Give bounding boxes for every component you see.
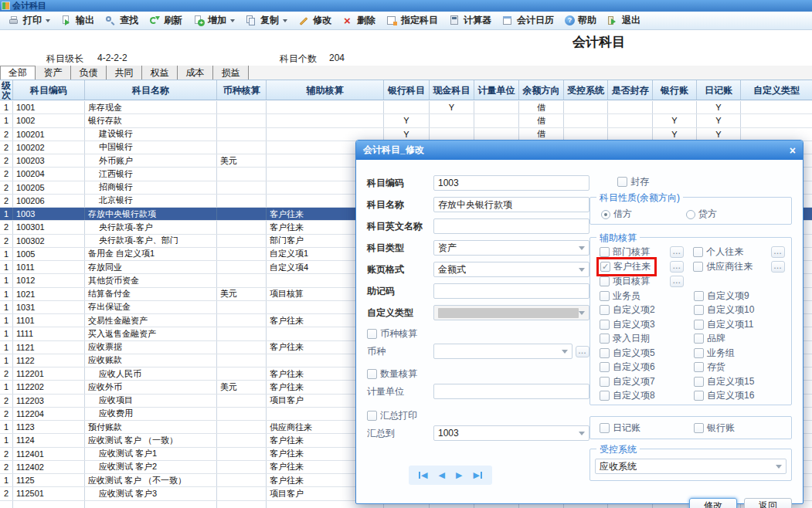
toolbar-button-copy[interactable]: 复制 <box>240 12 293 29</box>
tab-损益[interactable]: 损益 <box>213 66 249 80</box>
aux-plain-row: 自定义项8自定义项16 <box>600 389 785 404</box>
table-cell: 应收费用 <box>85 408 217 420</box>
aux-项目核算-checkbox[interactable] <box>600 276 610 286</box>
toolbar-button-printer[interactable]: 打印 <box>3 12 56 29</box>
currency-check-checkbox[interactable] <box>367 329 377 339</box>
日记账-checkbox[interactable] <box>600 423 610 433</box>
table-cell: 1 <box>0 421 13 433</box>
subject-code-input[interactable]: 1003 <box>433 175 589 191</box>
subject-english-name-input[interactable] <box>433 218 589 234</box>
currency-select[interactable] <box>433 344 572 359</box>
toolbar-button-refresh[interactable]: 刷新 <box>144 12 188 29</box>
table-row[interactable]: 11001库存现金Y借Y <box>0 101 812 114</box>
aux-供应商往来-more-button[interactable]: ... <box>771 261 785 273</box>
table-cell: 江西银行 <box>85 168 217 180</box>
tab-共同[interactable]: 共同 <box>107 66 142 80</box>
toolbar-button-help[interactable]: 帮助 <box>559 12 602 29</box>
aux-自定义项6-checkbox[interactable] <box>600 362 610 372</box>
aux-自定义项10-checkbox[interactable] <box>694 305 704 315</box>
table-cell <box>0 501 13 508</box>
tab-负债[interactable]: 负债 <box>71 66 107 80</box>
toolbar-button-edit[interactable]: 修改 <box>293 12 337 29</box>
modify-button[interactable]: 修改 <box>689 498 737 508</box>
aux-自定义项8-wrap: 自定义项8 <box>600 389 655 402</box>
table-cell: 100204 <box>13 168 85 180</box>
tab-权益[interactable]: 权益 <box>142 66 178 80</box>
银行账-checkbox[interactable] <box>694 423 704 433</box>
aux-right-cell: 存货 <box>694 361 725 374</box>
aux-自定义项15-checkbox[interactable] <box>694 377 704 387</box>
aux-自定义项3-checkbox[interactable] <box>600 320 610 330</box>
mnemonic-input[interactable] <box>433 283 589 299</box>
aux-存货-checkbox[interactable] <box>694 362 704 372</box>
column-header-是否封存: 是否封存 <box>608 80 653 100</box>
subject-type-select[interactable]: 资产 <box>433 240 589 256</box>
nav-previous-icon[interactable]: ◀ <box>438 471 444 479</box>
aux-个人往来-checkbox[interactable] <box>693 247 703 257</box>
aux-客户往来-checkbox[interactable] <box>600 262 610 272</box>
table-cell: 1011 <box>13 261 85 273</box>
tab-全部[interactable]: 全部 <box>0 66 36 80</box>
toolbar: 打印输出查找刷新增加复制修改删除指定科目计算器会计日历帮助退出 <box>0 12 812 30</box>
table-row[interactable]: 11002银行存款Y借YY <box>0 114 812 127</box>
tab-成本[interactable]: 成本 <box>178 66 213 80</box>
toolbar-button-delete[interactable]: 删除 <box>337 12 381 29</box>
aux-项目核算-more-button[interactable]: ... <box>670 276 684 287</box>
aux-业务组-checkbox[interactable] <box>694 348 704 358</box>
aux-部门核算-checkbox[interactable] <box>600 247 610 257</box>
aux-自定义项5-wrap: 自定义项5 <box>600 347 655 360</box>
aux-部门核算-more-button[interactable]: ... <box>670 246 684 258</box>
nav-last-icon[interactable]: ▶ <box>473 471 481 479</box>
nav-next-icon[interactable]: ▶ <box>456 471 462 479</box>
table-cell: 1001 <box>13 101 85 113</box>
back-button[interactable]: 返回 <box>744 498 792 508</box>
toolbar-button-assign[interactable]: 指定科目 <box>381 12 443 29</box>
aux-供应商往来-checkbox[interactable] <box>693 262 703 272</box>
mnemonic-field: 助记码 <box>367 283 589 299</box>
aux-自定义项3-wrap: 自定义项3 <box>600 318 655 331</box>
close-icon[interactable]: × <box>790 145 796 156</box>
currency-more-button[interactable]: ... <box>576 346 589 357</box>
quantity-check-checkbox[interactable] <box>367 369 377 379</box>
aux-自定义项2-checkbox[interactable] <box>600 305 610 315</box>
toolbar-button-calendar[interactable]: 会计日历 <box>497 12 559 29</box>
table-cell <box>741 101 812 113</box>
toolbar-button-add[interactable]: 增加 <box>188 12 240 29</box>
table-cell: 应收票据 <box>85 341 217 354</box>
toolbar-button-exit[interactable]: 退出 <box>602 12 646 29</box>
dialog-right-column: 封存 科目性质(余额方向) 借方 贷方 辅助核算 部门核算...个人往来...客… <box>589 175 792 508</box>
dialog-body: 科目编码 1003 科目名称 存放中央银行款项 科目英文名称 科目类型 资产 账… <box>356 160 803 503</box>
subject-level-value: 4-2-2-2 <box>97 52 127 63</box>
table-cell: 2 <box>0 181 13 194</box>
controlled-system-select[interactable]: 应收系统 <box>595 459 787 474</box>
nav-first-icon[interactable]: ◀ <box>419 471 427 479</box>
aux-品牌-checkbox[interactable] <box>694 334 704 344</box>
aux-自定义项7-checkbox[interactable] <box>600 377 610 387</box>
aux-业务员-checkbox[interactable] <box>600 291 610 301</box>
summary-print-checkbox[interactable] <box>367 411 377 421</box>
toolbar-button-search[interactable]: 查找 <box>100 12 144 29</box>
credit-radio[interactable] <box>686 210 695 219</box>
aux-客户往来-more-button[interactable]: ... <box>670 261 684 273</box>
table-cell: 建设银行 <box>85 128 217 141</box>
table-cell: 借 <box>519 114 564 127</box>
aux-录入日期-checkbox[interactable] <box>600 334 610 344</box>
subject-name-input[interactable]: 存放中央银行款项 <box>433 197 589 212</box>
debit-radio[interactable] <box>601 210 610 219</box>
page-format-select[interactable]: 金额式 <box>433 262 589 277</box>
table-cell: 112201 <box>13 367 85 380</box>
aux-自定义项11-checkbox[interactable] <box>694 320 704 330</box>
aux-个人往来-more-button[interactable]: ... <box>771 246 785 258</box>
tab-资产[interactable]: 资产 <box>36 66 71 80</box>
aux-自定义项16-checkbox[interactable] <box>694 391 704 401</box>
unit-input[interactable] <box>433 384 589 399</box>
toolbar-button-calculator[interactable]: 计算器 <box>443 12 497 29</box>
seal-checkbox[interactable] <box>617 177 627 187</box>
edit-dialog: 会计科目_修改 × 科目编码 1003 科目名称 存放中央银行款项 科目英文名称… <box>355 140 804 504</box>
aux-自定义项9-checkbox[interactable] <box>694 291 704 301</box>
aux-自定义项8-checkbox[interactable] <box>600 391 610 401</box>
summarize-to-select[interactable]: 1003 <box>433 425 589 441</box>
aux-自定义项5-checkbox[interactable] <box>600 348 610 358</box>
column-header-余额方向: 余额方向 <box>519 80 564 100</box>
toolbar-button-export[interactable]: 输出 <box>56 12 100 29</box>
